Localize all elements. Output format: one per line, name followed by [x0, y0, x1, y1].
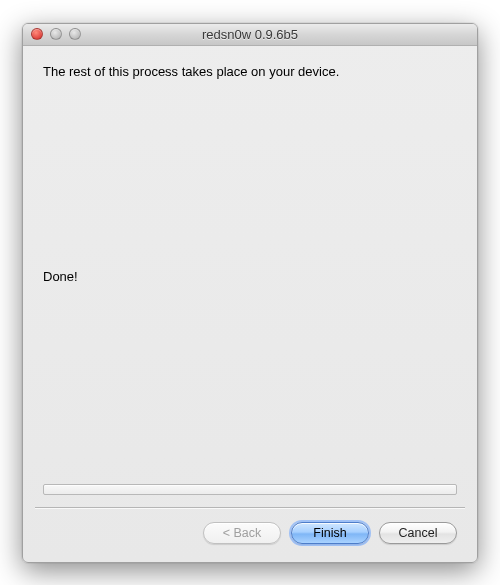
window-controls	[23, 28, 81, 40]
instruction-text: The rest of this process takes place on …	[43, 64, 457, 79]
window-title: redsn0w 0.9.6b5	[23, 27, 477, 42]
finish-button[interactable]: Finish	[291, 522, 369, 544]
status-text: Done!	[43, 269, 457, 284]
progress-bar	[43, 484, 457, 495]
progress-container	[23, 484, 477, 495]
close-icon[interactable]	[31, 28, 43, 40]
zoom-icon[interactable]	[69, 28, 81, 40]
minimize-icon[interactable]	[50, 28, 62, 40]
back-button: < Back	[203, 522, 281, 544]
button-row: < Back Finish Cancel	[23, 508, 477, 562]
content-area: The rest of this process takes place on …	[23, 46, 477, 484]
titlebar: redsn0w 0.9.6b5	[23, 24, 477, 46]
app-window: redsn0w 0.9.6b5 The rest of this process…	[22, 23, 478, 563]
cancel-button[interactable]: Cancel	[379, 522, 457, 544]
